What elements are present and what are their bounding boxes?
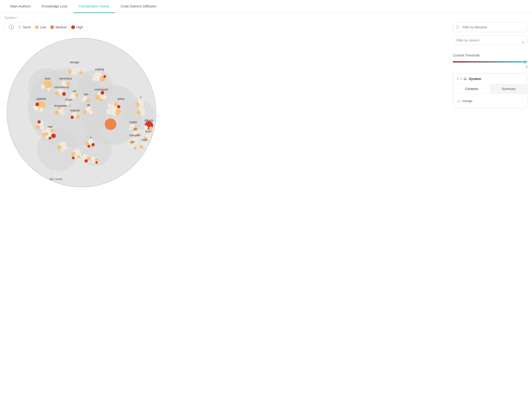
- svg-point-26: [66, 82, 70, 85]
- legend-item-none: None: [18, 25, 31, 29]
- legend-dot-low: [35, 25, 39, 29]
- svg-point-116: [135, 102, 139, 107]
- left-panel: i None Low Medium High: [5, 22, 448, 406]
- system-panel-separator: /: [461, 77, 461, 81]
- legend-item-medium: Medium: [50, 25, 67, 29]
- svg-point-105: [85, 159, 88, 163]
- breadcrumb-separator: /: [16, 16, 17, 20]
- svg-text:cst: cst: [73, 90, 76, 93]
- tab-main-authors[interactable]: Main Authors: [5, 0, 36, 13]
- svg-point-11: [80, 71, 83, 75]
- svg-point-38: [68, 104, 71, 107]
- svg-point-140: [140, 145, 143, 149]
- svg-point-155: [40, 126, 44, 130]
- svg-text:ops: ops: [84, 93, 88, 96]
- svg-point-141: [145, 145, 148, 148]
- svg-point-46: [103, 95, 107, 100]
- tab-contents[interactable]: Contents: [453, 84, 490, 94]
- folder-icon: 🗂: [463, 77, 467, 81]
- svg-point-92: [91, 143, 95, 146]
- svg-point-106: [88, 160, 91, 163]
- svg-point-137: [149, 137, 152, 140]
- nav-tabs: Main Authors Knowledge Loss Coordination…: [0, 0, 532, 13]
- tab-summary[interactable]: Summary: [490, 84, 527, 94]
- svg-point-124: [143, 125, 148, 130]
- legend-item-high: High: [71, 25, 83, 29]
- svg-text:dbtests: dbtests: [144, 119, 154, 122]
- svg-text:commands: commands: [95, 88, 108, 91]
- svg-text:matcher: matcher: [70, 109, 80, 112]
- svg-point-154: [36, 125, 40, 129]
- svg-point-147: [54, 173, 57, 177]
- svg-point-94: [91, 146, 93, 149]
- svg-point-104: [81, 158, 85, 161]
- svg-text:storage: storage: [70, 61, 79, 64]
- svg-point-53: [39, 108, 44, 112]
- info-icon[interactable]: i: [9, 25, 14, 30]
- bubble-chart[interactable]: storage catalog exec serverless: [5, 36, 158, 189]
- filter-filename-wrapper: [453, 22, 527, 32]
- svg-point-151: [141, 112, 145, 116]
- legend-label-low: Low: [40, 25, 46, 29]
- svg-point-74: [108, 104, 111, 108]
- right-panel: Filter by owners ▾ Commit Threshold 2 ≡ …: [448, 22, 527, 406]
- svg-text:repl: repl: [48, 125, 52, 128]
- svg-text:util: util: [131, 140, 135, 143]
- svg-text:s: s: [140, 96, 142, 99]
- svg-text:query: query: [118, 97, 125, 101]
- svg-point-63: [71, 116, 74, 119]
- svg-point-110: [95, 161, 98, 164]
- system-panel-title: System: [469, 77, 481, 81]
- legend-label-medium: Medium: [56, 25, 67, 29]
- svg-text:serverless: serverless: [59, 77, 72, 80]
- svg-point-88: [49, 137, 51, 140]
- viz-container: storage catalog exec serverless: [5, 36, 172, 194]
- svg-point-22: [47, 87, 51, 91]
- svg-point-48: [97, 92, 101, 95]
- svg-point-150: [136, 110, 141, 115]
- svg-text:transport: transport: [129, 134, 141, 137]
- tab-coordination-needs[interactable]: Coordination Needs: [73, 0, 115, 13]
- breadcrumb-path: System: [5, 16, 16, 20]
- tab-code-owners-diffusion[interactable]: Code Owners Diffusion: [115, 0, 162, 13]
- filter-owners-wrapper: Filter by owners ▾: [453, 35, 527, 49]
- folder-name: mongo: [462, 99, 472, 103]
- svg-text:s: s: [90, 136, 91, 139]
- svg-point-86: [42, 129, 46, 133]
- svg-point-133: [135, 141, 138, 144]
- list-item[interactable]: 🗂 mongo: [457, 97, 523, 104]
- svg-text:ttl.cpp: ttl.cpp: [65, 98, 72, 101]
- svg-point-54: [35, 102, 39, 106]
- commit-threshold-section: Commit Threshold 2: [453, 54, 527, 69]
- svg-point-12: [72, 67, 75, 70]
- svg-point-114: [61, 148, 64, 152]
- svg-point-9: [68, 70, 72, 74]
- legend-dot-none: [18, 25, 22, 29]
- filter-filename-input[interactable]: [453, 22, 527, 32]
- svg-point-34: [75, 93, 79, 97]
- svg-text:exec: exec: [45, 77, 50, 80]
- svg-point-121: [129, 127, 132, 131]
- slider-thumb[interactable]: [523, 60, 526, 63]
- tab-knowledge-loss[interactable]: Knowledge Loss: [36, 0, 73, 13]
- breadcrumb: System /: [0, 13, 532, 22]
- svg-point-10: [76, 67, 80, 72]
- svg-point-87: [45, 135, 49, 139]
- svg-text:site_scons: site_scons: [49, 177, 63, 181]
- svg-point-75: [117, 105, 120, 108]
- filter-owners-select[interactable]: Filter by owners: [453, 35, 527, 45]
- svg-point-21: [41, 85, 45, 89]
- svg-point-23: [44, 81, 47, 84]
- legend-dot-high: [71, 25, 75, 29]
- svg-point-157: [456, 26, 459, 28]
- svg-point-83: [51, 133, 56, 138]
- folder-icon: 🗂: [457, 99, 461, 103]
- svg-point-77: [116, 113, 119, 116]
- svg-point-101: [72, 157, 75, 159]
- commit-threshold-slider[interactable]: [453, 60, 527, 64]
- system-panel: ≡ / 🗂 System Contents Summary 🗂 mongo: [453, 73, 527, 108]
- svg-point-100: [77, 155, 80, 158]
- search-icon: [456, 25, 459, 29]
- commit-threshold-label: Commit Threshold: [453, 54, 527, 57]
- legend-dot-medium: [50, 25, 54, 29]
